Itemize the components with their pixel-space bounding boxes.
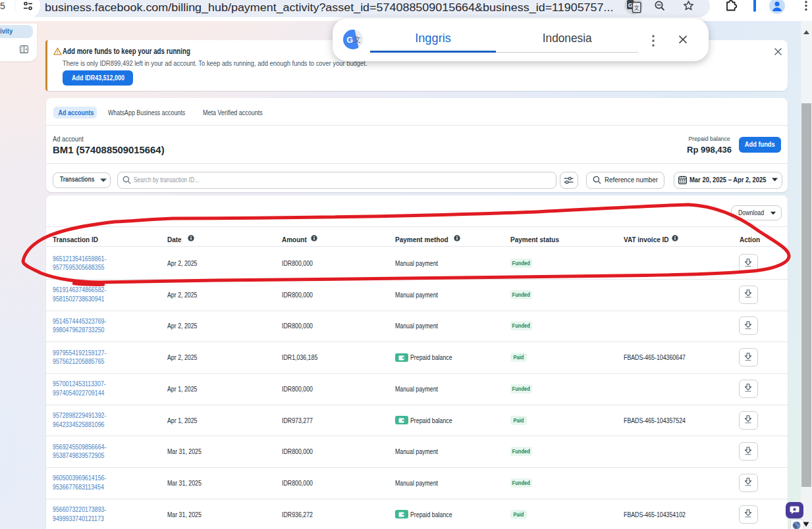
svg-text:文: 文 [634,5,639,11]
svg-text:G: G [346,36,353,45]
svg-text:G: G [628,2,633,9]
svg-text:文: 文 [354,36,361,43]
